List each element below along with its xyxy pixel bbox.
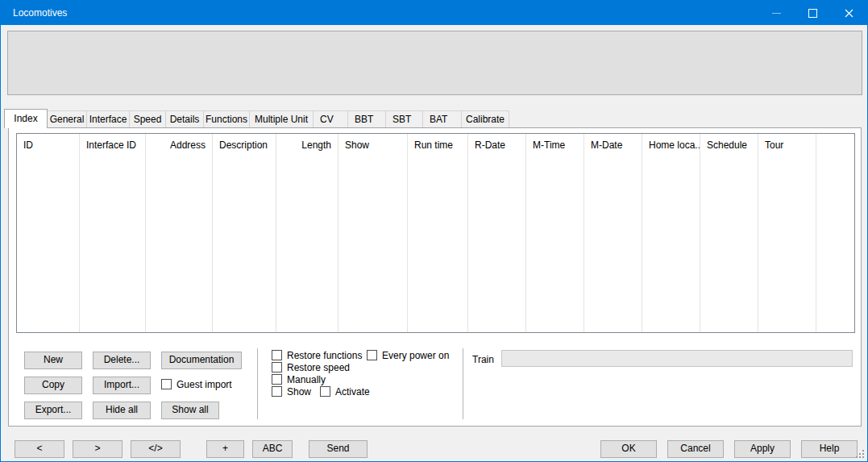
guest-import-checkbox[interactable] (161, 379, 172, 389)
new-button[interactable]: New (24, 352, 82, 369)
apply-button[interactable]: Apply (734, 440, 791, 458)
tab-functions[interactable]: Functions (203, 110, 250, 127)
tab-multiple-unit[interactable]: Multiple Unit (249, 110, 314, 127)
tab-bbt[interactable]: BBT (347, 110, 386, 127)
column-header-interface-id[interactable]: Interface ID (80, 134, 146, 332)
activate-label: Activate (335, 386, 370, 397)
locomotives-dialog: Locomotives IndexGeneralInterfaceSpeedDe… (0, 0, 868, 462)
navigation-button-group: <></>+ABCSend (15, 440, 368, 458)
add-button[interactable]: + (206, 440, 244, 458)
restore-options-group: Restore functions Every power on Restore… (272, 350, 465, 398)
next-button[interactable]: > (73, 440, 123, 458)
show-all-button[interactable]: Show all (161, 402, 219, 419)
dialog-button-group: OKCancelApplyHelp (600, 440, 858, 458)
restore-functions-label: Restore functions (287, 350, 362, 361)
restore-functions-checkbox[interactable] (272, 350, 282, 360)
tab-index[interactable]: Index (4, 109, 48, 128)
ok-button[interactable]: OK (600, 440, 657, 458)
every-power-on-checkbox[interactable] (367, 350, 377, 360)
column-header-description[interactable]: Description (213, 134, 276, 332)
index-tab-page: IDInterface IDAddressDescriptionLengthSh… (8, 127, 862, 427)
manually-checkbox[interactable] (272, 374, 282, 385)
column-header-home-loca[interactable]: Home loca... (642, 134, 700, 332)
maximize-icon (808, 9, 817, 18)
column-header-tour[interactable]: Tour (758, 134, 816, 332)
tab-interface[interactable]: Interface (86, 110, 130, 127)
column-header-length[interactable]: Length (276, 134, 338, 332)
show-label: Show (287, 386, 311, 397)
documentation-button[interactable]: Documentation (161, 352, 242, 369)
tab-calibrate[interactable]: Calibrate (461, 110, 509, 127)
column-header-show[interactable]: Show (338, 134, 408, 332)
restore-speed-checkbox[interactable] (272, 362, 282, 373)
tab-bat[interactable]: BAT (422, 110, 462, 127)
copy-button[interactable]: Copy (24, 377, 82, 394)
minimize-button (758, 1, 795, 25)
restore-speed-label: Restore speed (287, 362, 350, 373)
locomotive-list[interactable]: IDInterface IDAddressDescriptionLengthSh… (16, 133, 855, 333)
activate-checkbox[interactable] (320, 386, 330, 397)
tab-cv[interactable]: CV (313, 110, 348, 127)
separator (257, 348, 258, 419)
column-header-r-date[interactable]: R-Date (468, 134, 526, 332)
title-bar: Locomotives (1, 1, 867, 25)
export-button[interactable]: Export... (24, 402, 82, 419)
column-header-address[interactable]: Address (146, 134, 213, 332)
prev-button[interactable]: < (15, 440, 64, 458)
tab-details[interactable]: Details (165, 110, 204, 127)
send-button[interactable]: Send (309, 440, 368, 458)
minimize-icon (772, 13, 781, 14)
window-controls (758, 1, 867, 25)
guest-import-label: Guest import (177, 379, 232, 390)
close-icon (845, 9, 853, 18)
resize-grip[interactable] (855, 449, 864, 458)
maximize-button[interactable] (795, 1, 831, 25)
top-info-panel (7, 31, 862, 95)
window-title: Locomotives (1, 7, 67, 19)
tab-sbt[interactable]: SBT (385, 110, 423, 127)
import-button[interactable]: Import... (93, 377, 151, 394)
tab-speed[interactable]: Speed (129, 110, 166, 127)
train-label: Train (472, 354, 494, 365)
help-button[interactable]: Help (801, 440, 858, 458)
column-filler (816, 134, 854, 332)
every-power-on-label: Every power on (382, 350, 449, 361)
code-button[interactable]: </> (131, 440, 181, 458)
manually-label: Manually (287, 374, 326, 385)
train-field (501, 350, 853, 367)
tab-strip: IndexGeneralInterfaceSpeedDetailsFunctio… (4, 110, 509, 128)
column-header-m-date[interactable]: M-Date (584, 134, 642, 332)
hide-all-button[interactable]: Hide all (93, 402, 151, 419)
cancel-button[interactable]: Cancel (667, 440, 724, 458)
abc-button[interactable]: ABC (252, 440, 293, 458)
column-header-id[interactable]: ID (17, 134, 80, 332)
column-header-run-time[interactable]: Run time (408, 134, 468, 332)
close-button[interactable] (831, 1, 867, 25)
column-header-schedule[interactable]: Schedule (700, 134, 758, 332)
tab-general[interactable]: General (47, 110, 87, 127)
show-checkbox[interactable] (272, 386, 282, 397)
column-header-m-time[interactable]: M-Time (526, 134, 584, 332)
delete-button[interactable]: Delete... (93, 352, 151, 369)
